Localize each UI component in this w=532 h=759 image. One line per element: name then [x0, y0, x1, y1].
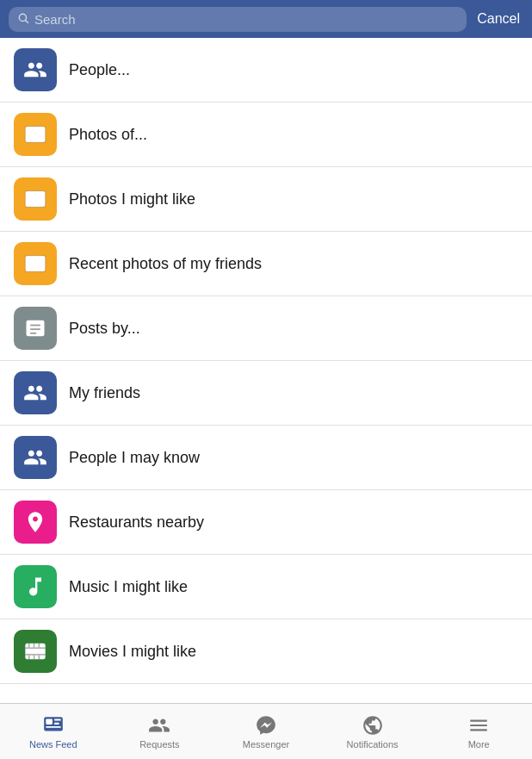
recent-photos-icon: [14, 242, 57, 285]
svg-rect-20: [25, 654, 45, 656]
list-item-photos-like[interactable]: Photos I might like: [0, 167, 532, 232]
svg-point-0: [19, 14, 26, 21]
more-tab-icon: [467, 713, 491, 737]
search-input[interactable]: [34, 12, 458, 27]
notifications-tab-icon: [361, 713, 385, 737]
search-results-list: People...Photos of...Photos I might like…: [0, 38, 532, 703]
svg-rect-4: [28, 129, 42, 140]
search-input-wrapper[interactable]: [9, 7, 467, 32]
list-item-posts-by[interactable]: Posts by...: [0, 296, 532, 361]
list-item-my-friends[interactable]: My friends: [0, 361, 532, 426]
posts-by-label: Posts by...: [69, 320, 140, 338]
list-item-movies[interactable]: Movies I might like: [0, 619, 532, 684]
movies-icon: [14, 630, 57, 673]
recent-photos-label: Recent photos of my friends: [69, 255, 262, 273]
messenger-tab-icon: [254, 713, 278, 737]
news-feed-tab-label: News Feed: [29, 739, 77, 750]
restaurants-label: Restaurants nearby: [69, 513, 204, 532]
search-icon: [17, 12, 29, 27]
svg-rect-24: [28, 656, 30, 660]
list-item-people[interactable]: People...: [0, 38, 532, 103]
my-friends-icon: [14, 371, 57, 414]
svg-rect-19: [25, 647, 45, 649]
tab-requests[interactable]: Requests: [107, 704, 213, 759]
messenger-tab-label: Messenger: [243, 739, 289, 750]
svg-rect-28: [46, 719, 53, 725]
svg-rect-30: [54, 723, 59, 725]
more-tab-label: More: [468, 739, 490, 750]
list-item-recent-photos[interactable]: Recent photos of my friends: [0, 232, 532, 296]
svg-rect-31: [46, 726, 60, 728]
tab-notifications[interactable]: Notifications: [319, 704, 426, 759]
svg-rect-25: [34, 656, 35, 660]
svg-rect-12: [28, 258, 42, 269]
tab-messenger[interactable]: Messenger: [213, 704, 319, 759]
photos-of-icon: [14, 113, 57, 156]
tab-bar: News FeedRequestsMessengerNotificationsM…: [0, 703, 532, 759]
people-label: People...: [69, 61, 130, 79]
svg-rect-29: [54, 719, 61, 720]
restaurants-icon: [14, 501, 57, 544]
photos-like-icon: [14, 177, 57, 221]
notifications-tab-label: Notifications: [347, 739, 399, 750]
posts-by-icon: [14, 307, 57, 350]
tab-news-feed[interactable]: News Feed: [0, 704, 107, 759]
svg-rect-21: [28, 644, 30, 648]
svg-rect-18: [25, 644, 45, 660]
search-bar: Cancel: [0, 0, 532, 38]
tab-more[interactable]: More: [425, 704, 532, 759]
cancel-button[interactable]: Cancel: [473, 11, 523, 27]
list-item-restaurants[interactable]: Restaurants nearby: [0, 490, 532, 555]
photos-like-label: Photos I might like: [69, 190, 195, 208]
photos-of-label: Photos of...: [69, 126, 147, 144]
list-item-photos-of[interactable]: Photos of...: [0, 103, 532, 167]
svg-line-1: [26, 20, 28, 22]
people-know-label: People I may know: [69, 449, 200, 467]
svg-rect-8: [28, 194, 42, 204]
news-feed-tab-icon: [41, 713, 65, 737]
music-label: Music I might like: [69, 578, 188, 596]
people-know-icon: [14, 436, 57, 479]
list-item-people-know[interactable]: People I may know: [0, 426, 532, 490]
movies-label: Movies I might like: [69, 643, 196, 661]
requests-tab-icon: [147, 713, 171, 737]
requests-tab-label: Requests: [139, 739, 179, 750]
svg-rect-26: [39, 656, 40, 660]
svg-rect-23: [39, 644, 40, 648]
my-friends-label: My friends: [69, 384, 140, 402]
svg-rect-22: [34, 644, 35, 648]
list-item-music[interactable]: Music I might like: [0, 555, 532, 619]
people-icon: [14, 48, 57, 91]
music-icon: [14, 565, 57, 608]
